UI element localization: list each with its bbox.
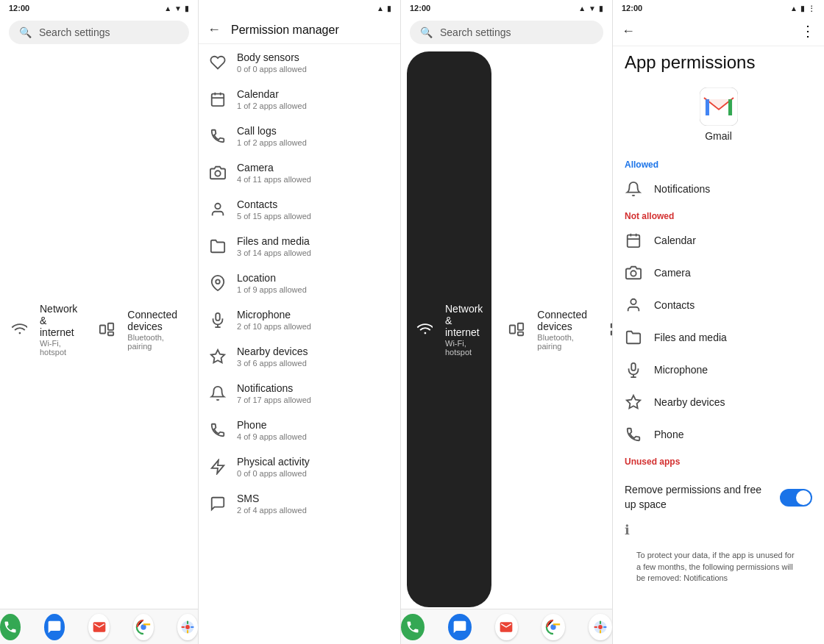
notifications-allowed-title: Notifications: [654, 183, 710, 195]
microphone-not-allowed-title: Microphone: [654, 364, 708, 376]
perm-item-sms[interactable]: SMS 2 of 4 apps allowed: [199, 485, 400, 522]
back-button-4[interactable]: ←: [622, 24, 635, 39]
chrome-nav-btn[interactable]: [133, 614, 154, 640]
perm-row-notifications-allowed[interactable]: Notifications: [613, 173, 824, 205]
perm-item-physical[interactable]: Physical activity 0 of 0 apps allowed: [199, 448, 400, 485]
allowed-section-label: Allowed: [613, 154, 824, 173]
camera-text: Camera 4 of 11 apps allowed: [237, 162, 390, 184]
perm-item-calendar[interactable]: Calendar 1 of 2 apps allowed: [199, 81, 400, 118]
perm-row-microphone-not-allowed[interactable]: Microphone: [613, 354, 824, 386]
svg-point-35: [216, 279, 220, 284]
perm-item-body-sensors[interactable]: Body sensors 0 of 0 apps allowed: [199, 44, 400, 81]
perm-row-nearby-not-allowed[interactable]: Nearby devices: [613, 386, 824, 418]
permission-manager-title: Permission manager: [231, 24, 339, 37]
svg-point-40: [425, 332, 427, 334]
camera-not-allowed-title: Camera: [654, 267, 691, 279]
perm-row-files-not-allowed[interactable]: Files and media: [613, 321, 824, 354]
network-text-3: Network & internet Wi-Fi, hotspot: [445, 303, 483, 357]
contacts-text: Contacts 5 of 15 apps allowed: [237, 198, 390, 221]
more-options-btn[interactable]: ⋮: [800, 22, 815, 40]
settings-item-connected-3[interactable]: Connected devices Bluetooth, pairing: [497, 50, 597, 609]
phone-perm-sub: 4 of 9 apps allowed: [237, 432, 390, 441]
svg-rect-43: [518, 332, 523, 336]
network-sub: Wi-Fi, hotspot: [40, 339, 77, 357]
call-logs-sub: 1 of 2 apps allowed: [237, 138, 390, 147]
settings-item-network-3[interactable]: Network & internet Wi-Fi, hotspot: [407, 51, 491, 607]
gmail-nav-btn-3[interactable]: [495, 614, 519, 640]
status-bar-2: ▲ ▮: [199, 0, 400, 16]
perm-row-calendar-not-allowed[interactable]: Calendar: [613, 224, 824, 257]
network-sub-3: Wi-Fi, hotspot: [445, 339, 483, 357]
search-bar-1[interactable]: 🔍 Search settings: [9, 21, 189, 44]
settings-panel-1: 12:00 ▲ ▼ ▮ 🔍 Search settings Network & …: [0, 0, 199, 644]
app-perm-title: App permissions: [625, 52, 755, 72]
devices-icon: [98, 321, 116, 338]
network-title-3: Network & internet: [445, 303, 483, 338]
perm-row-contacts-not-allowed[interactable]: Contacts: [613, 289, 824, 321]
messages-nav-btn-3[interactable]: [448, 614, 472, 640]
phone-perm-icon: [209, 421, 227, 439]
chrome-nav-btn-3[interactable]: [541, 614, 565, 640]
battery-status-icon-3: ▮: [599, 4, 603, 12]
apps-icon-3: [608, 321, 612, 338]
location-perm-text: Location 1 of 9 apps allowed: [237, 272, 390, 294]
perm-item-files[interactable]: Files and media 3 of 14 apps allowed: [199, 228, 400, 265]
time-3: 12:00: [410, 4, 430, 12]
perm-item-contacts[interactable]: Contacts 5 of 15 apps allowed: [199, 191, 400, 228]
contacts-title: Contacts: [237, 198, 390, 210]
svg-rect-44: [611, 323, 612, 328]
perm-item-phone[interactable]: Phone 4 of 9 apps allowed: [199, 412, 400, 448]
svg-point-75: [631, 299, 636, 304]
camera-title: Camera: [237, 162, 390, 173]
files-sub: 3 of 14 apps allowed: [237, 248, 390, 257]
perm-item-location[interactable]: Location 1 of 9 apps allowed: [199, 265, 400, 301]
photos-nav-btn-3[interactable]: [589, 614, 612, 640]
settings-item-connected[interactable]: Connected devices Bluetooth, pairing: [88, 50, 188, 609]
nearby-not-allowed-title: Nearby devices: [654, 396, 725, 408]
perm-item-call-logs[interactable]: Call logs 1 of 2 apps allowed: [199, 118, 400, 154]
calendar-not-allowed-title: Calendar: [654, 235, 696, 246]
perm-item-microphone[interactable]: Microphone 2 of 10 apps allowed: [199, 301, 400, 338]
perm-item-notifications[interactable]: Notifications 7 of 17 apps allowed: [199, 375, 400, 412]
notifications-perm-icon: [209, 384, 227, 402]
settings-item-apps-3[interactable]: Apps Recent apps, default apps: [597, 50, 612, 609]
connected-sub-3: Bluetooth, pairing: [537, 333, 587, 351]
perm-row-phone-not-allowed[interactable]: Phone: [613, 418, 824, 451]
calendar-sub: 1 of 2 apps allowed: [237, 101, 390, 110]
messages-nav-btn[interactable]: [44, 614, 65, 640]
svg-rect-70: [628, 235, 640, 248]
back-button-2[interactable]: ←: [207, 22, 221, 37]
contacts-perm-icon: [209, 201, 227, 218]
phone-nav-btn-3[interactable]: [401, 614, 425, 640]
signal-icon-3: ▲: [578, 4, 586, 12]
battery-icon-2: ▮: [387, 4, 391, 12]
body-sensors-icon: [209, 54, 227, 71]
search-icon-3: 🔍: [420, 26, 433, 38]
svg-rect-42: [518, 323, 523, 330]
svg-rect-46: [611, 331, 612, 335]
settings-item-apps[interactable]: Apps Recent apps, default apps: [188, 50, 198, 609]
gmail-nav-btn[interactable]: [88, 614, 109, 640]
perm-row-camera-not-allowed[interactable]: Camera: [613, 257, 824, 289]
bottom-nav-3: [401, 609, 612, 644]
search-icon-1: 🔍: [19, 26, 32, 38]
search-bar-3[interactable]: 🔍 Search settings: [410, 21, 603, 44]
phone-nav-btn[interactable]: [0, 614, 21, 640]
search-label-3: Search settings: [440, 26, 511, 38]
perm-item-nearby[interactable]: Nearby devices 3 of 6 apps allowed: [199, 338, 400, 375]
physical-sub: 0 of 0 apps allowed: [237, 469, 390, 478]
nearby-perm-icon: [209, 348, 227, 365]
remove-permissions-toggle[interactable]: [780, 489, 812, 507]
files-perm-icon: [209, 237, 227, 255]
more-icon-4: ⋮: [808, 4, 815, 12]
nearby-text: Nearby devices 3 of 6 apps allowed: [237, 346, 390, 368]
settings-list-3: Network & internet Wi-Fi, hotspot Connec…: [401, 50, 612, 609]
nearby-perm-icon-4: [625, 393, 642, 411]
connected-text-3: Connected devices Bluetooth, pairing: [537, 309, 587, 351]
photos-nav-btn[interactable]: [177, 614, 198, 640]
call-logs-title: Call logs: [237, 125, 390, 137]
settings-item-network[interactable]: Network & internet Wi-Fi, hotspot: [0, 50, 88, 609]
perm-item-camera[interactable]: Camera 4 of 11 apps allowed: [199, 154, 400, 191]
connected-text: Connected devices Bluetooth, pairing: [127, 309, 177, 351]
phone-perm-title: Phone: [237, 419, 390, 431]
